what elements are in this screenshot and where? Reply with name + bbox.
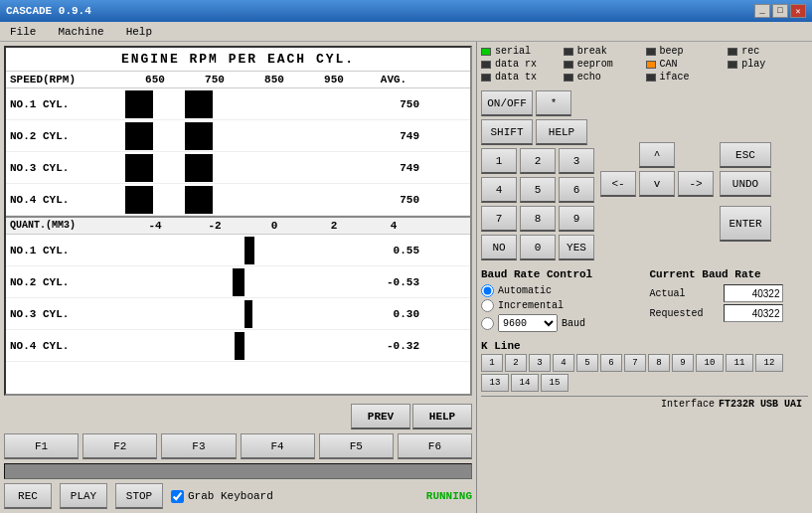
- num0-button[interactable]: 0: [520, 235, 556, 260]
- play-label: play: [741, 59, 765, 70]
- echo-led: [564, 74, 573, 82]
- nav-buttons-row: PREV HELP: [4, 404, 472, 429]
- yes-button[interactable]: YES: [559, 235, 594, 260]
- incr-radio[interactable]: [481, 299, 494, 312]
- kline-6[interactable]: 6: [600, 354, 622, 372]
- status-eeprom: eeprom: [564, 59, 644, 70]
- stop-button[interactable]: STOP: [115, 483, 163, 509]
- num8-button[interactable]: 8: [520, 206, 556, 232]
- help-button[interactable]: HELP: [412, 404, 472, 429]
- nav-down-button[interactable]: v: [639, 171, 675, 197]
- f1-button[interactable]: F1: [4, 433, 79, 459]
- kline-1[interactable]: 1: [481, 354, 503, 372]
- nav-right-button[interactable]: ->: [678, 171, 714, 197]
- menu-machine[interactable]: Machine: [52, 24, 109, 40]
- prev-button[interactable]: PREV: [351, 404, 410, 429]
- play-button[interactable]: PLAY: [60, 483, 107, 509]
- num7-button[interactable]: 7: [481, 206, 517, 232]
- kline-7[interactable]: 7: [624, 354, 646, 372]
- cyl2-bar-cell: [125, 122, 185, 150]
- kline-14[interactable]: 14: [511, 374, 539, 392]
- cyl1-bar: [125, 90, 153, 118]
- kline-5[interactable]: 5: [576, 354, 598, 372]
- num1-button[interactable]: 1: [481, 148, 517, 174]
- num9-button[interactable]: 9: [559, 206, 594, 232]
- rpm-cyl-row-3: NO.3 CYL. 749: [6, 152, 470, 184]
- status-play: play: [728, 59, 808, 70]
- kline-8[interactable]: 8: [648, 354, 670, 372]
- esc-button[interactable]: ESC: [720, 142, 771, 168]
- maximize-button[interactable]: □: [772, 4, 788, 18]
- nav-up-button[interactable]: ^: [639, 142, 675, 168]
- shift-button[interactable]: SHIFT: [481, 119, 533, 145]
- qcyl3-bar: [244, 300, 252, 328]
- num5-button[interactable]: 5: [520, 177, 556, 203]
- num4-button[interactable]: 4: [481, 177, 517, 203]
- no-button[interactable]: NO: [481, 235, 517, 260]
- cyl4-value: 750: [364, 194, 423, 206]
- rec-button[interactable]: REC: [4, 483, 52, 509]
- rpm-cyl-row-4: NO.4 CYL. 750: [6, 184, 470, 216]
- qcyl4-label: NO.4 CYL.: [6, 340, 125, 352]
- f2-button[interactable]: F2: [82, 433, 157, 459]
- undo-button[interactable]: UNDO: [720, 171, 771, 197]
- f6-button[interactable]: F6: [398, 433, 472, 459]
- minimize-button[interactable]: _: [754, 4, 770, 18]
- kline-4[interactable]: 4: [553, 354, 574, 372]
- menu-file[interactable]: File: [4, 24, 42, 40]
- grab-keyboard-label[interactable]: Grab Keyboard: [171, 490, 273, 503]
- status-serial: serial: [481, 46, 562, 57]
- cyl4-col2: [185, 186, 244, 214]
- qcyl2-value: -0.53: [364, 276, 423, 288]
- rpm-cyl-row-2: NO.2 CYL. 749: [6, 120, 470, 152]
- quant-header-5: 4: [364, 220, 423, 232]
- window-controls[interactable]: _ □ ✕: [754, 4, 806, 18]
- enter-button[interactable]: ENTER: [720, 206, 771, 242]
- baud-speed-select[interactable]: 9600 19200 38400: [498, 314, 558, 332]
- cyl1-col3: [244, 90, 304, 118]
- f4-button[interactable]: F4: [241, 433, 315, 459]
- kline-10[interactable]: 10: [696, 354, 724, 372]
- echo-label: echo: [577, 72, 601, 83]
- onoff-button[interactable]: ON/OFF: [481, 90, 533, 116]
- nav-left-button[interactable]: <-: [600, 171, 636, 197]
- datarx-label: data rx: [495, 59, 537, 70]
- auto-radio[interactable]: [481, 284, 494, 297]
- speed-radio[interactable]: [481, 317, 494, 330]
- requested-value[interactable]: [724, 304, 783, 322]
- grab-keyboard-checkbox[interactable]: [171, 490, 184, 503]
- cyl2-col4: [304, 122, 364, 150]
- close-button[interactable]: ✕: [790, 4, 806, 18]
- cyl1-value: 750: [364, 98, 423, 110]
- kline-15[interactable]: 15: [541, 374, 568, 392]
- break-led: [564, 48, 573, 56]
- cyl4-label: NO.4 CYL.: [6, 194, 125, 206]
- kline-3[interactable]: 3: [529, 354, 551, 372]
- menu-help[interactable]: Help: [120, 24, 158, 40]
- kline-12[interactable]: 12: [755, 354, 783, 372]
- f3-button[interactable]: F3: [161, 433, 236, 459]
- help-kp-button[interactable]: HELP: [536, 119, 587, 145]
- num3-button[interactable]: 3: [559, 148, 594, 174]
- star-button[interactable]: *: [536, 90, 571, 116]
- actual-value[interactable]: [724, 284, 783, 302]
- interface-bar: Interface FT232R USB UAI: [481, 396, 808, 412]
- num6-button[interactable]: 6: [559, 177, 594, 203]
- f5-button[interactable]: F5: [319, 433, 394, 459]
- qcyl3-value: 0.30: [364, 308, 423, 320]
- status-datatx: data tx: [481, 72, 562, 83]
- qcyl1-value: 0.55: [364, 245, 423, 256]
- rpm-header-0: SPEED(RPM): [6, 74, 125, 86]
- fn-buttons-row: F1 F2 F3 F4 F5 F6: [4, 433, 472, 459]
- cyl3-bar: [125, 154, 153, 182]
- rpm-header-3: 850: [244, 74, 304, 86]
- num2-button[interactable]: 2: [520, 148, 556, 174]
- numpad: 1 2 3 4 5 6 7 8 9 NO 0 YES: [481, 148, 594, 260]
- baud-select-row: 9600 19200 38400 Baud: [481, 314, 640, 332]
- quant-header-0: QUANT.(MM3): [6, 220, 125, 232]
- kline-13[interactable]: 13: [481, 374, 509, 392]
- rpm-cyl-row-1: NO.1 CYL. 750: [6, 88, 470, 120]
- kline-9[interactable]: 9: [672, 354, 694, 372]
- kline-2[interactable]: 2: [505, 354, 527, 372]
- kline-11[interactable]: 11: [726, 354, 753, 372]
